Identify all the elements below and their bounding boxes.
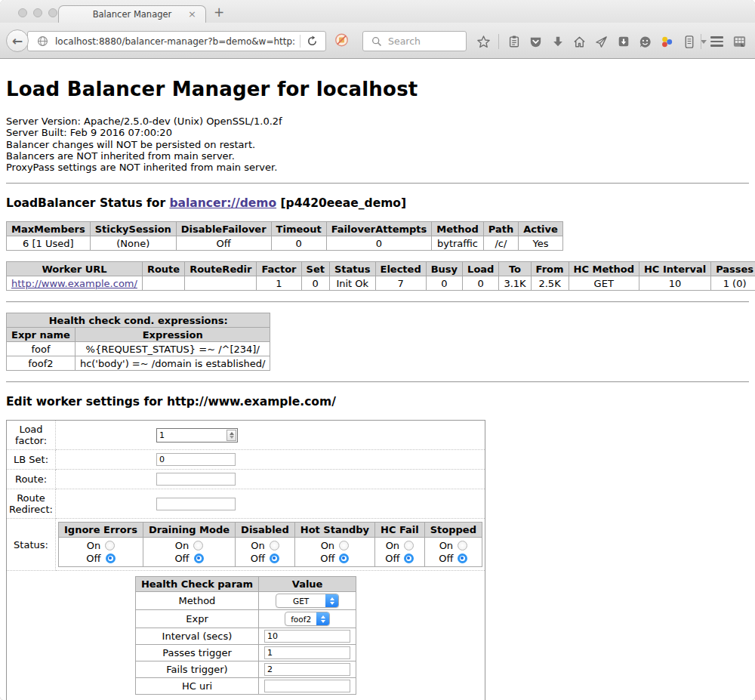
hc-fail-off-radio[interactable] — [404, 554, 414, 563]
toolbar-separator — [498, 34, 499, 49]
passes-input[interactable] — [264, 646, 350, 659]
stopped-on-radio[interactable] — [458, 541, 467, 550]
fails-input[interactable] — [264, 663, 350, 676]
search-placeholder[interactable]: Search — [388, 35, 421, 47]
draining-mode-on-radio[interactable] — [193, 541, 203, 550]
server-info: Server Version: Apache/2.5.0-dev (Unix) … — [6, 116, 749, 173]
close-window-button[interactable] — [18, 8, 27, 17]
menu-icon[interactable] — [710, 36, 723, 47]
cell-active: Yes — [519, 236, 563, 251]
loadbalancer-status-heading: LoadBalancer Status for balancer://demo … — [6, 196, 749, 210]
col-hc-value: Value — [259, 577, 356, 592]
passes-label: Passes trigger — [135, 645, 258, 661]
disabled-off-radio[interactable] — [270, 554, 279, 563]
load-factor-label: Load factor: — [7, 421, 56, 450]
hc-row-interval: Interval (secs) — [135, 628, 356, 645]
list-extension-icon[interactable] — [682, 35, 696, 49]
zoom-window-button[interactable] — [48, 8, 57, 17]
hot-standby-off-radio[interactable] — [339, 554, 349, 563]
worker-url-link[interactable]: http://www.example.com/ — [11, 278, 137, 289]
bookmarks-grid-icon[interactable] — [732, 35, 747, 49]
number-spinner-icon[interactable] — [226, 430, 236, 441]
reload-icon[interactable] — [305, 34, 319, 48]
on-label: On — [439, 540, 453, 551]
downloads-icon[interactable] — [550, 35, 565, 49]
status-table: Ignore Errors Draining Mode Disabled Hot… — [58, 522, 482, 567]
status-heading-prefix: LoadBalancer Status for — [6, 196, 169, 210]
load-factor-input[interactable]: 1 — [156, 428, 238, 443]
tab-close-icon[interactable]: × — [188, 8, 196, 20]
pocket-icon[interactable] — [528, 35, 543, 49]
cell-to: 3.1K — [499, 276, 531, 291]
divider — [6, 381, 749, 383]
search-bar[interactable]: Search — [362, 31, 467, 51]
hc-row-fails: Fails trigger) — [135, 661, 356, 678]
cell-set: 0 — [301, 276, 329, 291]
back-button[interactable]: ← — [6, 29, 29, 52]
cell-maxmembers: 6 [1 Used] — [7, 236, 91, 251]
smiley-extension-icon[interactable] — [638, 35, 652, 49]
home-icon[interactable] — [572, 35, 587, 49]
cell-path: /c/ — [483, 236, 518, 251]
share-icon[interactable] — [594, 35, 609, 49]
cell-hc-interval: 10 — [639, 276, 710, 291]
cell-factor: 1 — [257, 276, 301, 291]
interval-label: Interval (secs) — [135, 628, 258, 645]
url-bar[interactable]: localhost:8880/balancer-manager?b=demo&w… — [27, 31, 326, 51]
method-select[interactable]: GET — [276, 594, 339, 608]
content-blocker-icon[interactable] — [334, 32, 349, 47]
form-row-route-redirect: Route Redirect: — [7, 489, 485, 519]
window-controls[interactable] — [18, 8, 57, 17]
interval-input[interactable] — [264, 630, 350, 643]
divider — [6, 301, 749, 303]
disabled-on-radio[interactable] — [270, 541, 279, 550]
tab-balancer-manager[interactable]: Balancer Manager × — [58, 5, 206, 23]
hc-expr-row: foof2 hc('body') =~ /domain is establish… — [7, 356, 270, 371]
on-label: On — [386, 540, 399, 551]
col-stickysession: StickySession — [90, 222, 176, 236]
status-hc-fail-cell: On Off — [375, 538, 425, 567]
server-version: Server Version: Apache/2.5.0-dev (Unix) … — [6, 116, 749, 127]
balancer-demo-link[interactable]: balancer://demo — [169, 196, 276, 210]
divider — [6, 183, 749, 184]
page-content: Load Balancer Manager for localhost Serv… — [0, 60, 755, 700]
draining-mode-off-radio[interactable] — [194, 554, 204, 563]
select-arrows-icon — [316, 612, 329, 625]
url-text[interactable]: localhost:8880/balancer-manager?b=demo&w… — [55, 36, 295, 47]
col-method: Method — [432, 222, 483, 236]
cell-busy: 0 — [426, 276, 462, 291]
cell-from: 2.5K — [531, 276, 569, 291]
ignore-errors-off-radio[interactable] — [106, 554, 116, 563]
col-set: Set — [301, 262, 329, 276]
route-redirect-input[interactable] — [156, 498, 236, 510]
ignore-errors-on-radio[interactable] — [105, 541, 115, 550]
hc-uri-input[interactable] — [264, 680, 350, 692]
col-expr-name: Expr name — [7, 328, 76, 342]
col-hc-method: HC Method — [569, 262, 639, 276]
expr-select[interactable]: foof2 — [285, 612, 330, 626]
col-maxmembers: MaxMembers — [7, 222, 91, 236]
col-ignore-errors: Ignore Errors — [59, 523, 143, 538]
browser-window: Balancer Manager × + ← localhost:8880/ba… — [0, 0, 755, 700]
route-input[interactable] — [156, 473, 236, 486]
col-status: Status — [329, 262, 375, 276]
bookmark-star-icon[interactable] — [476, 35, 491, 49]
new-tab-button[interactable]: + — [214, 5, 224, 20]
lb-set-label: LB Set: — [7, 450, 56, 470]
navigation-toolbar: ← localhost:8880/balancer-manager?b=demo… — [0, 23, 755, 59]
cell-hc-method: GET — [569, 276, 639, 291]
fails-label: Fails trigger) — [135, 661, 258, 678]
colored-dots-extension-icon[interactable] — [660, 35, 674, 49]
minimize-window-button[interactable] — [33, 8, 42, 17]
method-label: Method — [135, 592, 258, 610]
balancer-status-table: MaxMembers StickySession DisableFailover… — [6, 221, 563, 251]
lb-set-input[interactable] — [156, 453, 236, 466]
globe-icon — [35, 34, 50, 48]
reading-list-icon[interactable] — [507, 35, 521, 49]
download-box-extension-icon[interactable] — [616, 35, 630, 49]
stopped-off-radio[interactable] — [458, 554, 467, 563]
status-stopped-cell: On Off — [424, 538, 482, 567]
expr-name-foof: foof — [7, 342, 76, 356]
hot-standby-on-radio[interactable] — [339, 541, 349, 550]
hc-fail-on-radio[interactable] — [404, 541, 414, 550]
